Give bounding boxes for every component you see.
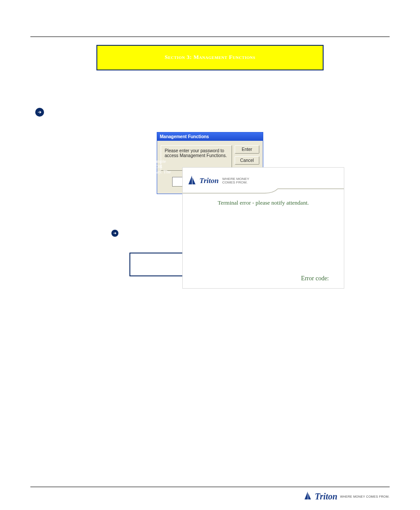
error-code-label: Error code: — [301, 275, 329, 282]
arrow-bullet-icon — [35, 108, 44, 117]
intro-paragraph: This section describes the Management Fu… — [35, 90, 385, 100]
footer-rule — [30, 487, 390, 487]
t: If the — [35, 158, 47, 164]
step-1-text: Press and hold down the <CTRL> key; whil… — [48, 109, 385, 120]
section-banner: Section 3: Management Functions — [96, 45, 324, 70]
enter-button[interactable]: Enter — [235, 145, 259, 154]
t: Press and hold down the — [48, 109, 96, 114]
page-number: 3-1 — [30, 493, 38, 500]
t: key; while holding down the — [114, 109, 172, 114]
brand-word: Triton — [199, 176, 219, 185]
dialog-titlebar: Management Functions — [157, 132, 263, 141]
sail-icon — [303, 491, 312, 502]
document-title: XScale Configuration Manual — [30, 24, 390, 30]
mf-label-1: Management Functions — [103, 164, 153, 169]
error-message: Terminal error - please notify attendant… — [183, 199, 344, 206]
sail-icon — [187, 175, 197, 187]
key-ctrl: <CTRL> — [96, 109, 114, 114]
section-banner-text: Section 3: Management Functions — [165, 54, 255, 60]
footer-brand: Triton — [315, 492, 338, 502]
cancel-button[interactable]: Cancel — [235, 156, 259, 165]
mf-label-2: Management Functions — [69, 169, 119, 174]
footer-tagline: WHERE MONEY COMES FROM. — [340, 495, 390, 498]
t: key, press the — [190, 109, 218, 114]
footer-logo: Triton WHERE MONEY COMES FROM. — [303, 491, 390, 502]
tab-curve — [183, 188, 344, 198]
brand-tagline: WHERE MONEY COMES FROM. — [222, 177, 249, 185]
header-rule — [30, 37, 390, 37]
key-one: <1> — [218, 109, 226, 114]
left-paragraph: If the Terminal Error screen is displaye… — [35, 156, 173, 289]
terminal-error-screenshot: Triton WHERE MONEY COMES FROM. Terminal … — [182, 167, 344, 289]
key-ctrl-2: <CTRL> — [172, 109, 190, 114]
term-error-label: Terminal Error — [47, 158, 82, 164]
